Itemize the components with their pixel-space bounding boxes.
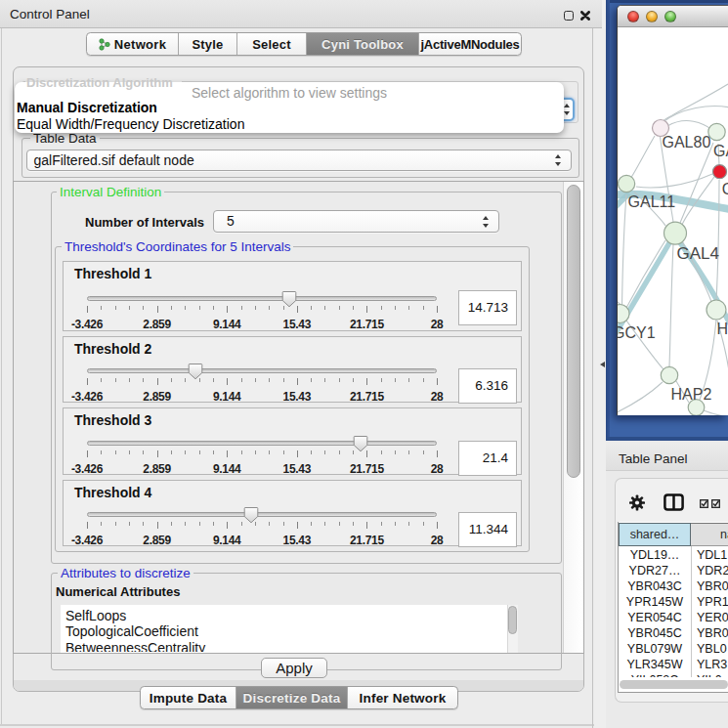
svg-text:GA: GA — [713, 143, 728, 159]
svg-text:HI: HI — [717, 321, 728, 337]
svg-text:HAP2: HAP2 — [671, 386, 712, 403]
svg-text:GCY1: GCY1 — [618, 324, 656, 341]
svg-text:C: C — [722, 181, 728, 197]
svg-text:GAL11: GAL11 — [628, 193, 676, 210]
svg-text:GAL4: GAL4 — [677, 244, 719, 263]
svg-text:GAL80: GAL80 — [663, 134, 711, 150]
